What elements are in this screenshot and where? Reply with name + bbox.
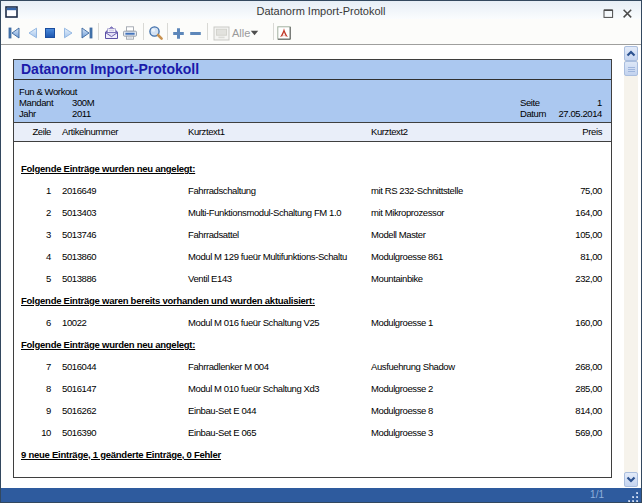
cell-kurztext1: Multi-Funktionsmodul-Schaltung FM 1.0: [188, 206, 341, 219]
cell-preis: 285,00: [575, 382, 602, 395]
table-row: 95016262Einbau-Set E 044Modulgroesse 881…: [14, 404, 611, 417]
cell-zeile: 7: [14, 360, 51, 373]
section-heading: Folgende Einträge wurden neu angelegt:: [14, 338, 611, 351]
pdf-export-button[interactable]: [277, 21, 291, 46]
prev-page-button[interactable]: [26, 21, 38, 46]
cell-artikelnummer: 5016262: [62, 404, 96, 417]
seite-value: 1: [597, 97, 602, 108]
mandant-label: Mandant: [19, 97, 53, 108]
email-icon: [104, 26, 119, 40]
zoom-out-button[interactable]: [189, 21, 202, 46]
header-rule: [14, 79, 611, 80]
company-name: Fun & Workout: [19, 86, 77, 97]
cell-artikelnummer: 2016649: [62, 184, 96, 197]
toolbar: Alle: [1, 19, 641, 45]
section-heading: 9 neue Einträge, 1 geänderte Einträge, 0…: [14, 448, 611, 461]
cell-preis: 81,00: [580, 250, 602, 263]
column-header-preis: Preis: [582, 123, 602, 141]
first-page-button[interactable]: [8, 21, 20, 46]
cell-preis: 160,00: [575, 316, 602, 329]
table-row: 610022Modul M 016 fueür Schaltung V25Mod…: [14, 316, 611, 329]
zoom-in-icon: [172, 27, 185, 40]
cell-zeile: 3: [14, 228, 51, 241]
section-heading-text: Folgende Einträge wurden neu angelegt:: [21, 162, 195, 175]
cell-preis: 569,00: [575, 426, 602, 439]
cell-artikelnummer: 5013403: [62, 206, 96, 219]
resize-grip-icon[interactable]: [627, 489, 639, 503]
table-row: 45013860Modul M 129 fueür Multifunktions…: [14, 250, 611, 263]
pdf-icon: [277, 26, 291, 40]
report-viewport: Datanorm Import-Protokoll Fun & Workout …: [1, 45, 641, 488]
zoom-button[interactable]: [148, 21, 164, 46]
cell-kurztext1: Einbau-Set E 044: [188, 404, 256, 417]
cell-zeile: 5: [14, 272, 51, 285]
last-page-button[interactable]: [81, 21, 93, 46]
cell-preis: 232,00: [575, 272, 602, 285]
cell-kurztext1: Fahrradlenker M 004: [188, 360, 269, 373]
zoom-in-button[interactable]: [172, 21, 185, 46]
cell-kurztext1: Fahrradschaltung: [188, 184, 256, 197]
column-header-row: Zeile Artikelnummer Kurztext1 Kurztext2 …: [14, 123, 611, 142]
jahr-value: 2011: [72, 108, 91, 119]
page-layout-button[interactable]: [213, 21, 230, 46]
close-icon: [622, 8, 633, 19]
seite-label: Seite: [520, 97, 540, 108]
report-title: Datanorm Import-Protokoll: [21, 60, 199, 78]
column-header-kurztext2: Kurztext2: [371, 123, 408, 141]
toolbar-separator: [98, 23, 99, 40]
column-header-zeile: Zeile: [14, 123, 51, 141]
scrollbar-thumb[interactable]: [624, 61, 638, 76]
jahr-label: Jahr: [19, 108, 36, 119]
titlebar: Datanorm Import-Protokoll: [1, 1, 641, 20]
column-header-kurztext1: Kurztext1: [188, 123, 225, 141]
next-page-icon: [63, 27, 75, 39]
print-icon: [122, 26, 138, 40]
datum-value: 27.05.2014: [558, 108, 602, 119]
scrollbar-grip-icon: [628, 67, 635, 72]
cell-zeile: 4: [14, 250, 51, 263]
cell-kurztext1: Einbau-Set E 065: [188, 426, 256, 439]
page-indicator: 1/1: [590, 490, 604, 500]
print-button[interactable]: [122, 21, 138, 46]
cell-kurztext2: mit RS 232-Schnittstelle: [371, 184, 463, 197]
scroll-down-icon: [626, 476, 636, 483]
cell-artikelnummer: 5016044: [62, 360, 96, 373]
cell-artikelnummer: 5013860: [62, 250, 96, 263]
stop-icon: [44, 27, 56, 39]
cell-artikelnummer: 5016147: [62, 382, 96, 395]
cell-zeile: 1: [14, 184, 51, 197]
next-page-button[interactable]: [63, 21, 75, 46]
table-row: 55013886Ventil E143Mountainbike232,00: [14, 272, 611, 285]
cell-zeile: 10: [14, 426, 51, 439]
cell-kurztext1: Modul M 010 fueür Schaltung Xd3: [188, 382, 319, 395]
email-button[interactable]: [104, 21, 119, 46]
cell-zeile: 8: [14, 382, 51, 395]
cell-kurztext2: mit Mikroprozessor: [371, 206, 444, 219]
zoom-icon: [148, 25, 164, 41]
cell-kurztext1: Modul M 129 fueür Multifunktions-Schaltu: [188, 250, 347, 263]
cell-artikelnummer: 10022: [62, 316, 86, 329]
zoom-level-dropdown[interactable]: [250, 21, 259, 46]
cell-preis: 164,00: [575, 206, 602, 219]
stop-button[interactable]: [44, 21, 56, 46]
maximize-button[interactable]: [603, 5, 617, 18]
cell-kurztext2: Modulgroesse 3: [371, 426, 433, 439]
cell-kurztext1: Ventil E143: [188, 272, 232, 285]
cell-artikelnummer: 5013746: [62, 228, 96, 241]
toolbar-separator: [143, 23, 144, 40]
table-row: 25013403Multi-Funktionsmodul-Schaltung F…: [14, 206, 611, 219]
cell-zeile: 9: [14, 404, 51, 417]
report-body: Folgende Einträge wurden neu angelegt:12…: [14, 142, 611, 477]
scrollbar-down-button[interactable]: [624, 472, 638, 487]
dropdown-caret-icon: [250, 30, 259, 36]
section-heading: Folgende Einträge wurden neu angelegt:: [14, 162, 611, 175]
cell-kurztext2: Modulgroesse 2: [371, 382, 433, 395]
table-row: 105016390Einbau-Set E 065Modulgroesse 35…: [14, 426, 611, 439]
toolbar-separator: [167, 23, 168, 40]
column-header-artikelnummer: Artikelnummer: [62, 123, 118, 141]
close-button[interactable]: [622, 5, 636, 18]
maximize-icon: [603, 8, 614, 19]
scrollbar-up-button[interactable]: [624, 46, 638, 61]
cell-kurztext2: Modulgroesse 861: [371, 250, 443, 263]
last-page-icon: [81, 27, 93, 39]
